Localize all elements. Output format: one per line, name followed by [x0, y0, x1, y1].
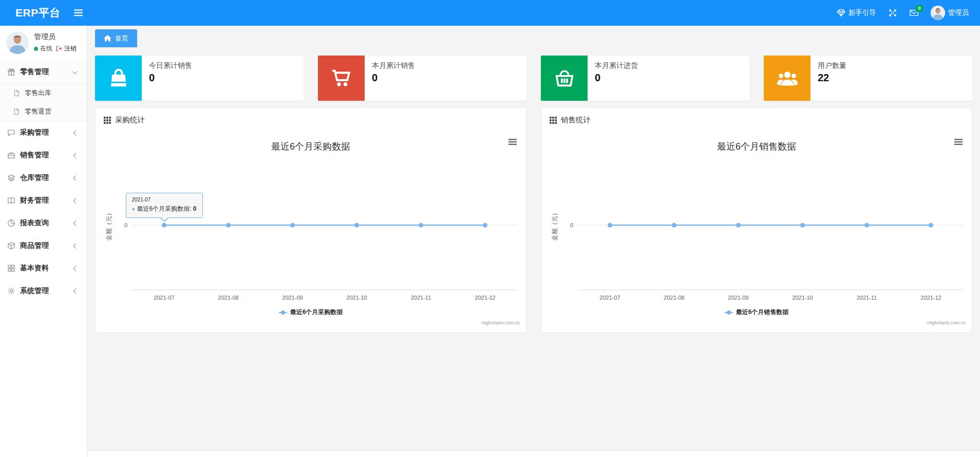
logout-link[interactable]: 注销: [64, 44, 77, 53]
stat-label: 本月累计进货: [595, 61, 638, 70]
legend-marker-icon: [725, 309, 733, 316]
x-tick-label: 2021-12: [475, 295, 495, 301]
sidebar-item-label: 系统管理: [20, 286, 49, 296]
hamburger-icon: [74, 9, 83, 17]
sidebar-item-retail-return[interactable]: 零售退货: [0, 102, 87, 121]
sidebar-item-basic[interactable]: 基本资料: [0, 257, 87, 280]
x-tick-label: 2021-08: [664, 295, 684, 301]
sidebar-item-sales[interactable]: 销售管理: [0, 144, 87, 167]
sidebar-item-retail[interactable]: 零售管理: [0, 61, 87, 83]
pie-icon: [7, 219, 15, 227]
expand-arrows-icon: [889, 9, 897, 17]
data-point[interactable]: [864, 223, 869, 228]
stat-value: 0: [149, 72, 192, 84]
layers-icon: [7, 174, 15, 182]
data-point[interactable]: [608, 223, 612, 228]
sales-stats-panel: 销售统计 最近6个月销售数据金额（元）02021-072021-082021-0…: [541, 107, 972, 333]
data-point[interactable]: [483, 223, 487, 228]
x-tick-label: 2021-11: [411, 295, 431, 301]
tooltip-body: ● 最近6个月采购数据: 0: [131, 205, 196, 213]
stat-label: 本月累计销售: [372, 61, 415, 70]
grid-th-icon: [550, 117, 557, 124]
sidebar-item-system[interactable]: 系统管理: [0, 280, 87, 302]
shopping-bag-icon: [95, 56, 142, 101]
messages-button[interactable]: 0: [910, 9, 918, 17]
data-point[interactable]: [736, 223, 741, 228]
sidebar-menu-group: 报表查询: [0, 212, 87, 234]
tab-home-label: 首页: [115, 34, 128, 43]
chart-context-menu-button[interactable]: [508, 138, 517, 144]
diamond-icon: [837, 9, 845, 17]
avatar: [6, 31, 29, 54]
chevron-left-icon: [73, 221, 79, 226]
legend-item[interactable]: 最近6个月销售数据: [541, 308, 972, 317]
messages-badge: 0: [916, 5, 922, 12]
content-area: 首页 今日累计销售0本月累计销售0本月累计进货0用户数量22 采购统计 最近6个…: [87, 26, 980, 457]
stat-label: 今日累计销售: [149, 61, 192, 70]
highcharts-credits-link[interactable]: Highcharts.com.cn: [927, 320, 966, 325]
sidebar-toggle-button[interactable]: [74, 9, 84, 17]
fullscreen-button[interactable]: [889, 9, 897, 17]
chart-tooltip: 2021-07● 最近6个月采购数据: 0: [125, 193, 202, 218]
sidebar-item-reports[interactable]: 报表查询: [0, 212, 87, 234]
home-icon: [104, 35, 111, 42]
sidebar-item-retail-outbound[interactable]: 零售出库: [0, 84, 87, 102]
sidebar-username: 管理员: [34, 32, 77, 42]
sidebar-menu-group: 基本资料: [0, 257, 87, 280]
sign-out-icon: [55, 45, 62, 52]
sidebar-item-warehouse[interactable]: 仓库管理: [0, 167, 87, 189]
comment-icon: [7, 129, 15, 137]
users-icon: [764, 56, 811, 101]
purchase-chart: 最近6个月采购数据金额（元）02021-072021-082021-092021…: [96, 130, 526, 333]
data-point[interactable]: [162, 223, 166, 228]
chart-context-menu-button[interactable]: [954, 138, 963, 144]
x-tick-label: 2021-10: [792, 295, 813, 301]
briefcase-icon: [7, 151, 15, 159]
sidebar-item-label: 零售管理: [20, 67, 49, 77]
sidebar-user-panel: 管理员 在线 注销: [0, 26, 87, 61]
file-icon: [13, 108, 20, 115]
grid-th-icon: [104, 117, 111, 124]
stat-card-month-sales: 本月累计销售0: [318, 56, 526, 101]
data-point[interactable]: [354, 223, 359, 228]
stat-label: 用户数量: [818, 61, 846, 70]
chevron-left-icon: [73, 130, 79, 135]
sidebar-item-label: 零售退货: [25, 107, 51, 116]
data-point[interactable]: [672, 223, 676, 228]
stat-value: 0: [372, 72, 415, 84]
avatar: [931, 6, 945, 20]
data-point[interactable]: [800, 223, 805, 228]
highcharts-credits-link[interactable]: Highcharts.com.cn: [481, 320, 520, 325]
panel-header: 采购统计: [96, 108, 526, 130]
legend-item[interactable]: 最近6个月采购数据: [96, 308, 526, 317]
sidebar-menu: 零售管理零售出库零售退货采购管理销售管理仓库管理财务管理报表查询商品管理基本资料…: [0, 61, 87, 302]
file-icon: [13, 89, 20, 97]
chevron-left-icon: [73, 153, 79, 158]
tab-home[interactable]: 首页: [95, 29, 137, 47]
sidebar-menu-group: 销售管理: [0, 144, 87, 167]
data-point[interactable]: [226, 223, 231, 228]
sidebar-item-label: 报表查询: [20, 218, 49, 228]
purchase-stats-panel: 采购统计 最近6个月采购数据金额（元）02021-072021-082021-0…: [95, 107, 526, 333]
cart-icon: [318, 56, 365, 101]
sidebar-item-label: 财务管理: [20, 196, 49, 205]
grid-icon: [7, 264, 15, 272]
sidebar-item-finance[interactable]: 财务管理: [0, 189, 87, 212]
panel-title: 采购统计: [115, 115, 145, 125]
data-point[interactable]: [929, 223, 933, 228]
sidebar-menu-group: 系统管理: [0, 280, 87, 302]
app-brand: ERP平台: [0, 6, 61, 20]
panel-title: 销售统计: [561, 115, 591, 125]
guide-button[interactable]: 新手引导: [837, 8, 876, 17]
chevron-left-icon: [73, 243, 79, 248]
y-axis-title: 金额（元）: [105, 210, 112, 241]
sidebar-item-label: 采购管理: [20, 128, 49, 137]
breadcrumb: 首页: [87, 26, 980, 47]
sidebar-item-purchase[interactable]: 采购管理: [0, 121, 87, 144]
data-point[interactable]: [419, 223, 423, 228]
data-point[interactable]: [290, 223, 295, 228]
sidebar-item-goods[interactable]: 商品管理: [0, 234, 87, 257]
top-navbar: ERP平台 新手引导 0 管理员: [0, 0, 980, 26]
user-menu[interactable]: 管理员: [931, 6, 969, 20]
sidebar-item-label: 销售管理: [20, 151, 49, 160]
